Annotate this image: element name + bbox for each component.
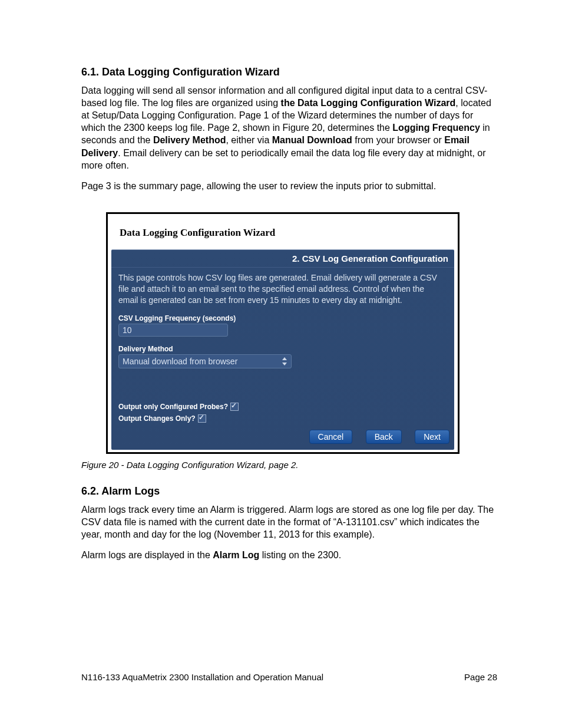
footer-page-number: Page 28	[464, 672, 497, 682]
check-configured-probes[interactable]	[230, 403, 239, 411]
text: Alarm logs are displayed in the	[81, 550, 213, 560]
check-changes-only-label: Output Changes Only?	[118, 414, 196, 423]
wizard-panel: 2. CSV Log Generation Configuration This…	[111, 249, 454, 450]
wizard-button-row: Cancel Back Next	[111, 426, 454, 446]
delivery-label: Delivery Method	[118, 345, 454, 353]
wizard-title: Data Logging Configuration Wizard	[120, 227, 458, 239]
figure-20-frame: Data Logging Configuration Wizard 2. CSV…	[106, 212, 459, 454]
check-configured-probes-row: Output only Configured Probes?	[118, 403, 454, 411]
text-bold: Logging Frequency	[392, 123, 480, 133]
chevron-updown-icon	[280, 356, 289, 367]
delivery-select[interactable]: Manual download from browser	[118, 354, 292, 368]
paragraph-6-1-2: Page 3 is the summary page, allowing the…	[81, 180, 497, 192]
text: listing on the 2300.	[259, 550, 341, 560]
text: , either via	[226, 135, 272, 145]
paragraph-6-1-1: Data logging will send all sensor inform…	[81, 84, 497, 172]
text-bold: Delivery Method	[153, 135, 226, 145]
page-footer: N116-133 AquaMetrix 2300 Installation an…	[81, 672, 497, 682]
check-changes-only-row: Output Changes Only?	[118, 414, 454, 423]
back-button[interactable]: Back	[366, 430, 402, 444]
heading-6-2: 6.2. Alarm Logs	[81, 485, 497, 498]
check-changes-only[interactable]	[198, 414, 206, 423]
heading-6-1: 6.1. Data Logging Configuration Wizard	[81, 66, 497, 78]
next-button[interactable]: Next	[415, 430, 449, 444]
delivery-select-value: Manual download from browser	[123, 357, 237, 366]
check-configured-probes-label: Output only Configured Probes?	[118, 403, 228, 411]
text: . Email delivery can be set to periodica…	[81, 148, 486, 170]
wizard-description: This page controls how CSV log files are…	[111, 268, 454, 312]
text: from your browser or	[352, 135, 444, 145]
paragraph-6-2-1: Alarm logs track every time an Alarm is …	[81, 503, 497, 541]
text-bold: Alarm Log	[213, 550, 259, 560]
footer-left: N116-133 AquaMetrix 2300 Installation an…	[81, 672, 323, 682]
wizard-panel-header: 2. CSV Log Generation Configuration	[111, 250, 454, 268]
cancel-button[interactable]: Cancel	[309, 430, 353, 444]
paragraph-6-2-2: Alarm logs are displayed in the Alarm Lo…	[81, 549, 497, 561]
text-bold: Manual Download	[272, 135, 352, 145]
text-bold: the Data Logging Configuration Wizard	[281, 98, 456, 108]
freq-label: CSV Logging Frequency (seconds)	[118, 314, 454, 322]
freq-input[interactable]: 10	[118, 324, 228, 337]
figure-20-caption: Figure 20 - Data Logging Configuration W…	[81, 460, 497, 470]
